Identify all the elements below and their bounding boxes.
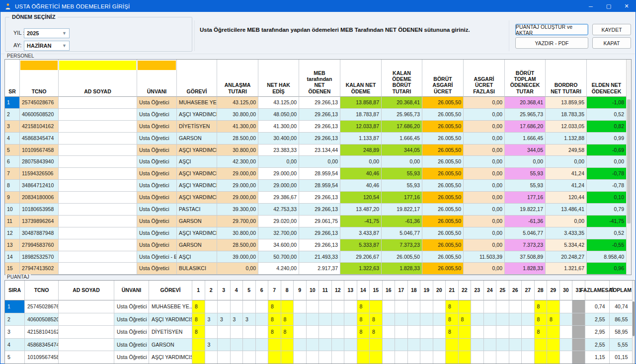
cell[interactable]: MUHASEBE YE... (149, 300, 192, 313)
cell[interactable]: 13.858,87 (340, 97, 382, 109)
day-column-header[interactable]: 19 (420, 281, 433, 300)
day-cell[interactable] (572, 326, 585, 339)
day-cell[interactable]: 8 (446, 313, 459, 326)
row-header-cell[interactable]: 9 (5, 192, 20, 204)
scrollbar-thumb[interactable] (633, 301, 635, 336)
cell[interactable]: 32.700,00 (258, 227, 299, 239)
cell[interactable]: 0,00 (464, 145, 505, 156)
cell[interactable]: 34864712410 (20, 180, 59, 192)
cell[interactable]: 29.266,13 (299, 109, 340, 121)
scrollbar-thumb[interactable] (627, 99, 631, 223)
day-cell[interactable] (307, 300, 319, 313)
day-cell[interactable] (231, 326, 243, 339)
day-cell[interactable] (344, 300, 357, 313)
day-cell[interactable]: 8 (192, 300, 205, 313)
cell[interactable]: 29.266,13 (299, 192, 340, 204)
day-cell[interactable] (294, 326, 307, 339)
cell[interactable]: Usta Öğretici (137, 263, 177, 275)
cell[interactable]: 26.005,50 (422, 156, 464, 168)
day-cell[interactable] (357, 351, 370, 364)
cell[interactable] (59, 339, 114, 352)
cell[interactable]: -41,75 (340, 216, 382, 227)
cell[interactable]: Usta Öğretici (137, 216, 177, 227)
cell[interactable]: -41,75 (587, 216, 627, 227)
day-cell[interactable]: 3 (205, 313, 218, 326)
day-cell[interactable] (205, 351, 218, 364)
day-cell[interactable] (408, 300, 421, 313)
day-column-header[interactable]: 17 (395, 281, 408, 300)
day-cell[interactable] (307, 351, 319, 364)
day-cell[interactable] (294, 351, 307, 364)
day-column-header[interactable]: 1 (192, 281, 205, 300)
cell[interactable]: 40600508520 (25, 313, 59, 326)
column-header[interactable]: SIRA (5, 281, 25, 300)
row-header-cell[interactable]: 10 (5, 204, 20, 216)
day-cell[interactable] (408, 339, 421, 352)
cell[interactable]: 0,00 (464, 133, 505, 145)
day-cell[interactable] (408, 351, 421, 364)
day-cell[interactable] (205, 326, 218, 339)
cell[interactable]: 18982532570 (20, 251, 59, 263)
kapat-button[interactable]: KAPAT (592, 37, 631, 49)
day-cell[interactable] (395, 351, 408, 364)
cell[interactable]: DİYETİSYEN (149, 326, 192, 339)
cell[interactable] (59, 326, 114, 339)
cell[interactable]: Usta Öğretici (137, 180, 177, 192)
cell[interactable]: 55,93 (505, 180, 546, 192)
day-cell[interactable] (319, 300, 332, 313)
cell[interactable]: 50.700,00 (258, 251, 299, 263)
cell[interactable]: -61,36 (382, 216, 422, 227)
cell[interactable]: GARSON (149, 339, 192, 352)
cell[interactable]: 34.600,00 (258, 239, 299, 251)
column-header[interactable]: KALAN NET ÖDEME (340, 60, 382, 97)
cell[interactable]: 26.005,50 (422, 227, 464, 239)
cell[interactable]: 21.493,33 (299, 251, 340, 263)
cell[interactable]: 13.859,95 (546, 97, 587, 109)
row-header-cell[interactable]: 8 (5, 180, 20, 192)
cell[interactable] (59, 109, 137, 121)
row-header-cell[interactable]: 2 (5, 313, 25, 326)
cell[interactable]: 40,46 (340, 168, 382, 180)
day-cell[interactable] (218, 300, 231, 313)
day-cell[interactable] (243, 351, 256, 364)
day-cell[interactable] (218, 351, 231, 364)
cell[interactable]: 0,00 (464, 227, 505, 239)
cell[interactable]: 26.005,50 (422, 109, 464, 121)
day-cell[interactable] (344, 351, 357, 364)
cell[interactable]: 1.828,33 (505, 263, 546, 275)
cell[interactable]: Usta Öğretici (114, 351, 149, 364)
toplam-header[interactable]: TOPLAM (610, 281, 633, 300)
day-cell[interactable] (420, 326, 433, 339)
cell[interactable]: 45868345474 (20, 133, 59, 145)
cell[interactable]: 177,16 (505, 192, 546, 204)
cell[interactable]: 0,00 (505, 156, 546, 168)
day-column-header[interactable]: 26 (509, 281, 522, 300)
cell[interactable]: AŞÇI (177, 156, 217, 168)
day-cell[interactable] (459, 326, 472, 339)
cell[interactable]: -0,55 (587, 239, 627, 251)
cell[interactable]: 37.508,89 (505, 251, 546, 263)
cell[interactable]: 45868345474 (25, 339, 59, 352)
cell[interactable]: 11594326506 (20, 168, 59, 180)
cell[interactable]: 29.000,00 (258, 168, 299, 180)
day-column-header[interactable]: 29 (547, 281, 560, 300)
fazla-mesai-cell[interactable]: 1,15 (585, 351, 610, 364)
day-column-header[interactable]: 15 (370, 281, 383, 300)
column-header[interactable]: ÜNVANI (114, 281, 149, 300)
day-cell[interactable] (496, 339, 509, 352)
cell[interactable]: AŞÇI YARDIMCISI (149, 351, 192, 364)
day-cell[interactable] (344, 339, 357, 352)
close-button[interactable]: ✕ (618, 0, 636, 12)
cell[interactable]: 18.783,87 (340, 109, 382, 121)
day-cell[interactable] (509, 339, 522, 352)
cell[interactable]: 26.005,50 (422, 97, 464, 109)
cell[interactable]: 20.248,27 (546, 251, 587, 263)
cell[interactable]: 12.033,05 (546, 121, 587, 133)
puantaj-grid[interactable]: SIRATCNOAD SOYADÜNVANIGÖREVİ123456789101… (4, 280, 635, 364)
cell[interactable] (59, 227, 137, 239)
day-cell[interactable]: 8 (535, 326, 548, 339)
day-cell[interactable] (319, 351, 332, 364)
yazdir-pdf-button[interactable]: YAZDIR - PDF (515, 37, 588, 49)
day-cell[interactable] (484, 313, 497, 326)
day-cell[interactable] (459, 351, 472, 364)
